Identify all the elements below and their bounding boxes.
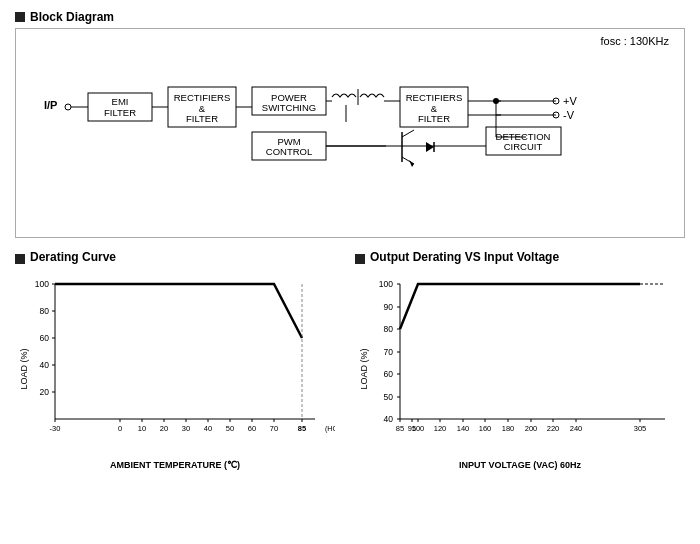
output-data-line bbox=[400, 284, 640, 329]
output-x-100: 100 bbox=[412, 424, 425, 433]
output-derating-chart-wrapper: LOAD (%) 100 90 80 70 60 bbox=[355, 274, 685, 470]
output-y-90: 90 bbox=[384, 302, 394, 312]
derating-curve-section: Derating Curve LOAD (%) 100 80 bbox=[15, 250, 335, 470]
detection-text2: CIRCUIT bbox=[504, 141, 543, 152]
fosc-label: fosc : 130KHz bbox=[601, 35, 669, 47]
output-x-220: 220 bbox=[547, 424, 560, 433]
output-y-40: 40 bbox=[384, 414, 394, 424]
output-x-200: 200 bbox=[525, 424, 538, 433]
derating-x--30: -30 bbox=[50, 424, 61, 433]
output-y-70: 70 bbox=[384, 347, 394, 357]
output-x-180: 180 bbox=[502, 424, 515, 433]
output-minus-label: -V bbox=[563, 109, 575, 121]
derating-title: Derating Curve bbox=[30, 250, 116, 264]
derating-x-0: 0 bbox=[118, 424, 122, 433]
block-diagram-header: Block Diagram bbox=[15, 10, 685, 24]
ip-dot bbox=[65, 104, 71, 110]
rect2-text1: RECTIFIERS bbox=[406, 92, 462, 103]
block-diagram-section: fosc : 130KHz I/P EMI FILTER RECTIFIERS … bbox=[15, 28, 685, 238]
derating-x-70: 70 bbox=[270, 424, 278, 433]
derating-x-10: 10 bbox=[138, 424, 146, 433]
derating-y-40: 40 bbox=[40, 360, 50, 370]
pwm-text2: CONTROL bbox=[266, 146, 312, 157]
output-plus-label: +V bbox=[563, 95, 577, 107]
derating-x-axis-label: AMBIENT TEMPERATURE (℃) bbox=[15, 460, 335, 470]
derating-chart-wrapper: LOAD (%) 100 80 60 40 bbox=[15, 274, 335, 470]
output-x-120: 120 bbox=[434, 424, 447, 433]
output-x-240: 240 bbox=[570, 424, 583, 433]
output-x-160: 160 bbox=[479, 424, 492, 433]
derating-x-20: 20 bbox=[160, 424, 168, 433]
derating-x-40: 40 bbox=[204, 424, 212, 433]
output-derating-svg: LOAD (%) 100 90 80 70 60 bbox=[355, 274, 685, 454]
output-x-140: 140 bbox=[457, 424, 470, 433]
derating-x-60: 60 bbox=[248, 424, 256, 433]
derating-svg: LOAD (%) 100 80 60 40 bbox=[15, 274, 335, 454]
output-y-60: 60 bbox=[384, 369, 394, 379]
output-x-axis-label: INPUT VOLTAGE (VAC) 60Hz bbox=[355, 460, 685, 470]
emi-text1: EMI bbox=[112, 96, 129, 107]
derating-y-60: 60 bbox=[40, 333, 50, 343]
transistor-arrow bbox=[409, 160, 414, 167]
power-text2: SWITCHING bbox=[262, 102, 316, 113]
output-y-80: 80 bbox=[384, 324, 394, 334]
derating-y-100: 100 bbox=[35, 279, 49, 289]
derating-y-80: 80 bbox=[40, 306, 50, 316]
block-diagram-svg: I/P EMI FILTER RECTIFIERS & FILTER POWER… bbox=[26, 37, 686, 212]
output-y-100: 100 bbox=[379, 279, 393, 289]
page-container: Block Diagram fosc : 130KHz I/P EMI FILT… bbox=[0, 0, 700, 544]
ip-label: I/P bbox=[44, 99, 57, 111]
derating-y-20: 20 bbox=[40, 387, 50, 397]
derating-y-label: LOAD (%) bbox=[19, 348, 29, 389]
transformer-coil-left bbox=[332, 94, 356, 97]
block-diagram-title: Block Diagram bbox=[30, 10, 114, 24]
derating-horizontal-label: (HORIZONTAL) bbox=[325, 425, 335, 433]
output-derating-header: Output Derating VS Input Voltage bbox=[355, 250, 685, 268]
derating-x-30: 30 bbox=[182, 424, 190, 433]
output-derating-title: Output Derating VS Input Voltage bbox=[370, 250, 559, 264]
charts-area: Derating Curve LOAD (%) 100 80 bbox=[15, 250, 685, 470]
derating-data-line bbox=[55, 284, 302, 338]
output-y-50: 50 bbox=[384, 392, 394, 402]
transformer-coil-right bbox=[360, 94, 384, 97]
block-diagram-icon bbox=[15, 12, 25, 22]
emi-text2: FILTER bbox=[104, 107, 136, 118]
output-derating-section: Output Derating VS Input Voltage LOAD (%… bbox=[355, 250, 685, 470]
output-derating-icon bbox=[355, 254, 365, 264]
derating-x-50: 50 bbox=[226, 424, 234, 433]
transistor-collector bbox=[402, 130, 414, 137]
derating-header: Derating Curve bbox=[15, 250, 335, 268]
rect1-text3: FILTER bbox=[186, 113, 218, 124]
derating-x-85: 85 bbox=[298, 424, 306, 433]
rect1-text1: RECTIFIERS bbox=[174, 92, 230, 103]
output-x-85: 85 bbox=[396, 424, 404, 433]
derating-icon bbox=[15, 254, 25, 264]
output-x-305: 305 bbox=[634, 424, 647, 433]
output-y-label: LOAD (%) bbox=[359, 348, 369, 389]
rect2-text3: FILTER bbox=[418, 113, 450, 124]
diode-symbol bbox=[426, 142, 434, 152]
